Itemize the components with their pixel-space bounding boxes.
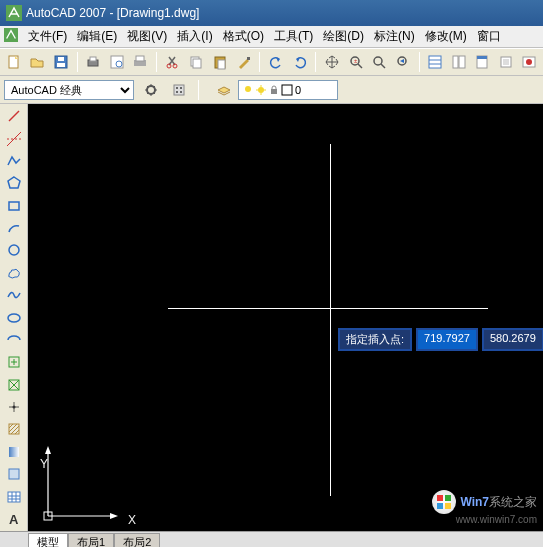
revision-cloud-tool[interactable]: [3, 263, 25, 283]
layer-sun-icon: [256, 85, 266, 95]
svg-point-51: [8, 314, 20, 322]
zoom-previous-button[interactable]: [393, 51, 413, 73]
point-tool[interactable]: [3, 397, 25, 417]
svg-rect-44: [271, 89, 277, 94]
ellipse-arc-tool[interactable]: [3, 330, 25, 350]
tab-layout2[interactable]: 布局2: [114, 533, 160, 547]
zoom-realtime-button[interactable]: ±: [346, 51, 366, 73]
autocad-app-icon: [6, 5, 22, 21]
publish-button[interactable]: [131, 51, 151, 73]
svg-rect-7: [90, 57, 96, 61]
save-button[interactable]: [51, 51, 71, 73]
svg-rect-37: [174, 85, 184, 95]
construction-line-tool[interactable]: [3, 128, 25, 148]
svg-point-43: [258, 87, 264, 93]
menu-tools[interactable]: 工具(T): [274, 28, 313, 45]
new-button[interactable]: [4, 51, 24, 73]
markup-button[interactable]: [520, 51, 540, 73]
menu-insert[interactable]: 插入(I): [177, 28, 212, 45]
menu-modify[interactable]: 修改(M): [425, 28, 467, 45]
workspace-select[interactable]: AutoCAD 经典: [4, 80, 134, 100]
undo-button[interactable]: [266, 51, 286, 73]
layer-lock-icon: [269, 85, 279, 95]
svg-point-22: [374, 57, 382, 65]
open-button[interactable]: [28, 51, 48, 73]
svg-rect-58: [8, 492, 20, 502]
tool-palettes-button[interactable]: [473, 51, 493, 73]
svg-rect-45: [282, 85, 292, 95]
svg-rect-40: [176, 91, 178, 93]
coord-x-input[interactable]: 719.7927: [416, 328, 478, 351]
drawing-canvas[interactable]: 指定插入点: 719.7927 580.2679 Y X Win7系统之家 ww…: [28, 104, 543, 531]
svg-point-35: [526, 59, 532, 65]
design-center-button[interactable]: [449, 51, 469, 73]
rectangle-tool[interactable]: [3, 196, 25, 216]
workspace-lock-icon[interactable]: [168, 79, 190, 101]
draw-toolbar: A: [0, 104, 28, 531]
match-properties-button[interactable]: [234, 51, 254, 73]
print-button[interactable]: [84, 51, 104, 73]
tab-layout1[interactable]: 布局1: [68, 533, 114, 547]
menu-format[interactable]: 格式(O): [223, 28, 264, 45]
crosshair-vertical: [330, 144, 331, 496]
pan-button[interactable]: [322, 51, 342, 73]
zoom-window-button[interactable]: [369, 51, 389, 73]
svg-text:±: ±: [354, 58, 358, 64]
properties-button[interactable]: [426, 51, 446, 73]
menu-file[interactable]: 文件(F): [28, 28, 67, 45]
svg-line-23: [381, 64, 385, 68]
layer-toolbar: 0: [213, 79, 338, 101]
make-block-tool[interactable]: [3, 375, 25, 395]
svg-rect-4: [57, 63, 65, 67]
circle-tool[interactable]: [3, 240, 25, 260]
menu-label[interactable]: 标注(N): [374, 28, 415, 45]
polyline-tool[interactable]: [3, 151, 25, 171]
spline-tool[interactable]: [3, 285, 25, 305]
arc-tool[interactable]: [3, 218, 25, 238]
paste-button[interactable]: [210, 51, 230, 73]
redo-button[interactable]: [290, 51, 310, 73]
menu-view[interactable]: 视图(V): [127, 28, 167, 45]
copy-button[interactable]: [187, 51, 207, 73]
crosshair-horizontal: [168, 308, 488, 309]
svg-text:A: A: [9, 512, 19, 527]
ellipse-tool[interactable]: [3, 307, 25, 327]
table-tool[interactable]: [3, 486, 25, 506]
svg-rect-39: [180, 87, 182, 89]
line-tool[interactable]: [3, 106, 25, 126]
sheet-set-button[interactable]: [496, 51, 516, 73]
layer-properties-button[interactable]: [213, 79, 235, 101]
layer-current-box[interactable]: 0: [238, 80, 338, 100]
ucs-icon: [38, 436, 128, 526]
svg-rect-38: [176, 87, 178, 89]
svg-rect-25: [429, 56, 441, 68]
tab-model[interactable]: 模型: [28, 533, 68, 547]
window-title: AutoCAD 2007 - [Drawing1.dwg]: [26, 6, 199, 20]
insert-block-tool[interactable]: [3, 352, 25, 372]
svg-rect-33: [503, 59, 509, 65]
workspace-settings-icon[interactable]: [140, 79, 162, 101]
svg-rect-69: [437, 503, 443, 509]
coord-y-input[interactable]: 580.2679: [482, 328, 543, 351]
workspace-toolbar: AutoCAD 经典 0: [0, 76, 543, 104]
menu-window[interactable]: 窗口: [477, 28, 501, 45]
svg-rect-57: [9, 469, 19, 479]
svg-rect-28: [453, 56, 458, 68]
main-area: A 指定插入点: 719.7927 580.2679 Y X: [0, 104, 543, 531]
layer-color-icon: [282, 85, 292, 95]
prompt-label: 指定插入点:: [338, 328, 412, 351]
region-tool[interactable]: [3, 464, 25, 484]
menu-draw[interactable]: 绘图(D): [323, 28, 364, 45]
text-tool[interactable]: A: [3, 509, 25, 529]
hatch-tool[interactable]: [3, 419, 25, 439]
cut-button[interactable]: [163, 51, 183, 73]
gradient-tool[interactable]: [3, 442, 25, 462]
menu-edit[interactable]: 编辑(E): [77, 28, 117, 45]
polygon-tool[interactable]: [3, 173, 25, 193]
svg-rect-70: [445, 503, 451, 509]
svg-rect-31: [477, 56, 487, 59]
plot-preview-button[interactable]: [107, 51, 127, 73]
svg-rect-56: [9, 447, 19, 457]
svg-rect-29: [459, 56, 465, 68]
svg-rect-55: [9, 424, 19, 434]
